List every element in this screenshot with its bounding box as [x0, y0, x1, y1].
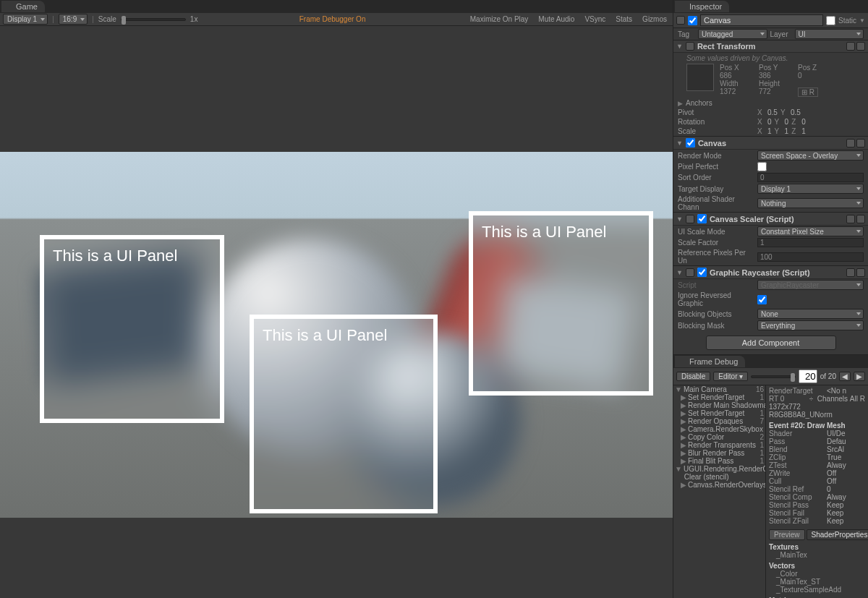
shader-prop-row: ShaderUI/De — [769, 430, 865, 437]
static-checkbox[interactable] — [826, 16, 835, 25]
height-value[interactable]: 772 — [759, 87, 795, 97]
render-mode-dropdown[interactable]: Screen Space - Overlay — [757, 150, 864, 161]
opt-maximize[interactable]: Maximize On Play — [467, 15, 532, 23]
sort-order-label: Sort Order — [678, 174, 754, 181]
object-name-field[interactable] — [700, 14, 823, 26]
frame-debug-tree-item[interactable]: ▶Blur Render Pass1 — [673, 449, 765, 457]
tag-dropdown[interactable]: Untagged — [698, 29, 767, 39]
blueprint-toggle[interactable]: ⊞ R — [798, 87, 818, 97]
editor-dropdown[interactable]: Editor ▾ — [713, 372, 748, 381]
game-view: This is a UI Panel This is a UI Panel Th… — [0, 26, 673, 598]
width-value[interactable]: 1372 — [720, 87, 756, 97]
posz-value[interactable]: 0 — [798, 72, 834, 80]
posx-value[interactable]: 686 — [720, 72, 756, 80]
scale-y[interactable]: 1 — [785, 127, 789, 135]
active-checkbox[interactable] — [688, 16, 697, 25]
scale-factor-field[interactable] — [757, 238, 864, 247]
frame-debug-tree-item[interactable]: ▶Set RenderTarget1 — [673, 393, 765, 401]
menu-icon[interactable] — [856, 139, 865, 148]
rot-x[interactable]: 0 — [767, 118, 772, 126]
help-icon[interactable] — [846, 139, 855, 148]
rt0-label[interactable]: RT 0 — [769, 395, 809, 403]
frame-debug-tree-item[interactable]: ▶Canvas.RenderOverlays3 — [673, 481, 765, 489]
opt-stats[interactable]: Stats — [613, 15, 635, 23]
inspector-tab[interactable]: Inspector — [675, 1, 729, 12]
frame-debug-tab[interactable]: Frame Debug — [675, 356, 745, 367]
blocking-obj-dropdown[interactable]: None — [757, 309, 864, 319]
frame-debugger-status: Frame Debugger On — [299, 15, 366, 23]
addl-shader-dropdown[interactable]: Nothing — [757, 198, 864, 208]
game-canvas[interactable]: This is a UI Panel This is a UI Panel Th… — [0, 152, 673, 518]
scale-z[interactable]: 1 — [801, 127, 806, 135]
frame-debug-tree-item[interactable]: ▶Copy Color2 — [673, 433, 765, 441]
textures-header: Textures — [769, 543, 865, 551]
ui-scale-mode-dropdown[interactable]: Constant Pixel Size — [757, 226, 864, 236]
scale-x[interactable]: 1 — [767, 127, 772, 135]
posx-label: Pos X — [720, 64, 756, 72]
pivot-y[interactable]: 0.5 — [791, 108, 801, 116]
opt-gizmos[interactable]: Gizmos — [639, 15, 670, 23]
ref-pixels-field[interactable] — [757, 252, 864, 262]
layer-dropdown[interactable]: UI — [795, 29, 864, 39]
frame-debug-tree-item[interactable]: ▶Render Main Shadowmap1 — [673, 401, 765, 409]
frame-debug-tab-bar: Frame Debug — [673, 355, 868, 368]
target-display-dropdown[interactable]: Display 1 — [757, 184, 864, 194]
frame-slider[interactable] — [751, 375, 795, 378]
frame-debug-tree-item[interactable]: ▼Main Camera16 — [673, 385, 765, 393]
frame-debug-tree-item[interactable]: ▶Camera.RenderSkybox1 — [673, 425, 765, 433]
channels-r-button[interactable]: R — [860, 395, 865, 403]
rect-transform-header[interactable]: ▼ Rect Transform — [673, 40, 868, 53]
canvas-enabled-checkbox[interactable] — [686, 138, 695, 148]
shader-properties-tab[interactable]: ShaderProperties — [807, 529, 868, 540]
script-icon — [686, 268, 694, 277]
channels-all-button[interactable]: All — [850, 395, 858, 403]
anchor-preset-icon[interactable] — [686, 64, 714, 91]
preview-tab[interactable]: Preview — [769, 529, 805, 540]
disable-button[interactable]: Disable — [676, 372, 710, 381]
height-label: Height — [759, 80, 795, 87]
posy-value[interactable]: 386 — [759, 72, 795, 80]
frame-debug-tree-item[interactable]: ▶Set RenderTarget1 — [673, 409, 765, 417]
anchors-label[interactable]: Anchors — [686, 99, 762, 107]
blocking-mask-dropdown[interactable]: Everything — [757, 320, 864, 330]
ui-panel-1: This is a UI Panel — [40, 235, 224, 423]
graphic-raycaster-header[interactable]: ▼Graphic Raycaster (Script) — [673, 265, 868, 279]
frame-debug-tree-item[interactable]: ▶Render Transparents1 — [673, 441, 765, 449]
scale-slider[interactable] — [121, 18, 186, 21]
frame-debug-tree-item[interactable]: Clear (stencil) — [673, 473, 765, 481]
add-component-button[interactable]: Add Component — [706, 336, 836, 350]
canvas-scaler-header[interactable]: ▼Canvas Scaler (Script) — [673, 212, 868, 226]
component-help-icon[interactable] — [846, 42, 855, 51]
opt-mute[interactable]: Mute Audio — [535, 15, 577, 23]
frame-debug-tree-item[interactable]: ▼UGUI.Rendering.RenderOverla4 — [673, 465, 765, 473]
frame-debug-tree-item[interactable]: ▶Render Opaques7 — [673, 417, 765, 425]
opt-vsync[interactable]: VSync — [582, 15, 608, 23]
menu-icon[interactable] — [856, 268, 865, 277]
rect-transform-title: Rect Transform — [697, 42, 756, 51]
ignore-reversed-checkbox[interactable] — [757, 295, 767, 304]
graphic-raycaster-title: Graphic Raycaster (Script) — [710, 268, 810, 277]
rot-y[interactable]: 0 — [785, 118, 789, 126]
pixel-perfect-checkbox[interactable] — [757, 162, 767, 171]
graphic-raycaster-enabled-checkbox[interactable] — [697, 268, 707, 277]
help-icon[interactable] — [846, 268, 855, 277]
component-menu-icon[interactable] — [856, 42, 865, 51]
help-icon[interactable] — [846, 215, 855, 223]
sort-order-field[interactable] — [757, 173, 864, 182]
game-tab[interactable]: Game — [1, 1, 45, 12]
canvas-scaler-enabled-checkbox[interactable] — [697, 214, 707, 223]
menu-icon[interactable] — [856, 215, 865, 223]
frame-debug-tree-item[interactable]: ▶Final Blit Pass1 — [673, 457, 765, 465]
rot-z[interactable]: 0 — [801, 118, 806, 126]
prev-frame-button[interactable]: ◀ — [839, 372, 851, 381]
display-dropdown[interactable]: Display 1 — [3, 14, 48, 25]
canvas-component-header[interactable]: ▼Canvas — [673, 136, 868, 150]
aspect-dropdown[interactable]: 16:9 — [59, 14, 88, 25]
render-target-value: <No n — [827, 387, 846, 395]
pivot-x[interactable]: 0.5 — [767, 108, 778, 116]
next-frame-button[interactable]: ▶ — [854, 372, 865, 381]
frame-debug-tree[interactable]: ▼Main Camera16▶Set RenderTarget1▶Render … — [673, 385, 766, 598]
vectors-item: _MainTex_ST — [769, 578, 865, 586]
rt-resolution: 1372x772 R8G8B8A8_UNorm — [769, 403, 865, 419]
frame-number-field[interactable] — [799, 370, 817, 383]
